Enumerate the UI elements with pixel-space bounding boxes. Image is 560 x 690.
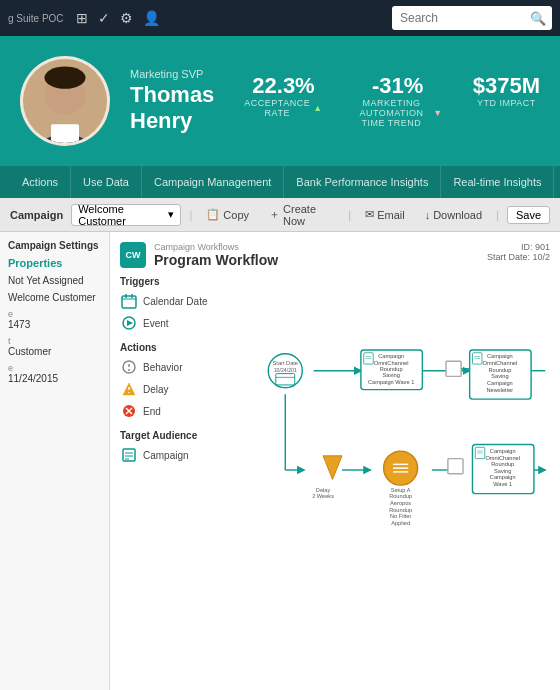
workflow-title-block: Campaign Workflows Program Workflow (154, 242, 479, 268)
svg-text:Roundup: Roundup (389, 493, 412, 499)
avatar (20, 56, 110, 146)
nav-icons: ⊞ ✓ ⚙ 👤 (76, 10, 160, 26)
tab-campaign-effectiveness[interactable]: Campaign Effective... (554, 166, 560, 198)
workflow-title: Program Workflow (154, 252, 479, 268)
trigger-calendar[interactable]: Calendar Date (120, 292, 230, 310)
svg-rect-69 (448, 459, 463, 474)
trigger-event[interactable]: Event (120, 314, 230, 332)
action-behavior[interactable]: Behavior (120, 358, 230, 376)
search-bar[interactable]: 🔍 (392, 6, 552, 30)
campaign-bar-label: Campaign (10, 209, 63, 221)
grid-icon[interactable]: ⊞ (76, 10, 88, 26)
svg-text:Saving: Saving (494, 468, 511, 474)
actions-title: Actions (120, 342, 230, 353)
svg-text:Campaign: Campaign (487, 353, 513, 359)
svg-text:Delay: Delay (316, 487, 331, 493)
workflow-area: CW Campaign Workflows Program Workflow I… (110, 232, 560, 690)
tab-actions[interactable]: Actions (10, 166, 71, 198)
svg-point-3 (44, 66, 85, 88)
svg-point-13 (128, 369, 130, 371)
tab-use-data[interactable]: Use Data (71, 166, 142, 198)
action-end-label: End (143, 406, 161, 417)
workflow-left-panel: Triggers Calendar Date Event (120, 276, 230, 664)
svg-text:Start Date: Start Date (273, 360, 298, 366)
toolbar-sep-1: | (189, 209, 192, 221)
copy-button[interactable]: 📋 Copy (200, 206, 255, 223)
workflow-start-date: Start Date: 10/2 (487, 252, 550, 262)
email-icon: ✉ (365, 208, 374, 221)
svg-text:Wave 1: Wave 1 (493, 481, 512, 487)
triggers-title: Triggers (120, 276, 230, 287)
stat-ytd: $375M YTD IMPACT (473, 74, 540, 128)
svg-text:Aeropos: Aeropos (390, 500, 411, 506)
svg-rect-4 (51, 124, 79, 143)
svg-text:Campaign: Campaign (487, 380, 513, 386)
end-icon (120, 402, 138, 420)
svg-text:Roundup: Roundup (488, 367, 511, 373)
prop-key-4: e (8, 363, 101, 373)
save-button[interactable]: Save (507, 206, 550, 224)
stat-value-acceptance: 22.3% (244, 74, 322, 98)
svg-text:OmniChannel: OmniChannel (485, 455, 520, 461)
sidebar-section-title: Campaign Settings (8, 240, 101, 251)
action-end[interactable]: End (120, 402, 230, 420)
event-icon (120, 314, 138, 332)
workflow-subtitle: Campaign Workflows (154, 242, 479, 252)
campaign-select[interactable]: Welcome Customer ▾ (71, 204, 181, 226)
action-delay[interactable]: Delay (120, 380, 230, 398)
svg-point-16 (128, 392, 130, 394)
svg-text:Campaign: Campaign (490, 448, 516, 454)
user-icon[interactable]: 👤 (143, 10, 160, 26)
download-icon: ↓ (425, 209, 431, 221)
tab-bank-performance[interactable]: Bank Performance Insights (284, 166, 441, 198)
trend-down-icon: ▼ (433, 108, 442, 118)
chevron-down-icon: ▾ (168, 208, 174, 221)
panel-actions: Actions Behavior (120, 342, 230, 420)
stat-value-automation: -31% (353, 74, 443, 98)
toolbar-sep-2: | (348, 209, 351, 221)
download-button[interactable]: ↓ Download (419, 207, 488, 223)
prop-value-3: Customer (8, 346, 101, 357)
workflow-header: CW Campaign Workflows Program Workflow I… (120, 242, 550, 268)
workflow-panels: Triggers Calendar Date Event (120, 276, 550, 664)
prop-row-3: t Customer (8, 336, 101, 357)
prop-value-4: 11/24/2015 (8, 373, 101, 384)
action-delay-label: Delay (143, 384, 169, 395)
workflow-meta: ID: 901 Start Date: 10/2 (487, 242, 550, 262)
search-input[interactable] (400, 11, 530, 25)
svg-text:2 Weeks: 2 Weeks (312, 493, 334, 499)
profile-role: Marketing SVP (130, 68, 214, 80)
email-button[interactable]: ✉ Email (359, 206, 411, 223)
svg-text:10/24/201: 10/24/201 (274, 367, 297, 373)
stat-automation: -31% MARKETING AUTOMATION TIME TREND ▼ (353, 74, 443, 128)
create-now-button[interactable]: ＋ Create Now (263, 201, 340, 229)
svg-text:Roundup: Roundup (491, 461, 514, 467)
audience-campaign[interactable]: Campaign (120, 446, 230, 464)
prop-row-4: e 11/24/2015 (8, 363, 101, 384)
behavior-icon (120, 358, 138, 376)
gear-icon[interactable]: ⚙ (120, 10, 133, 26)
stat-value-ytd: $375M (473, 74, 540, 98)
profile-name: Thomas Henry (130, 82, 214, 134)
svg-text:OmniChannel: OmniChannel (483, 360, 518, 366)
audience-campaign-label: Campaign (143, 450, 189, 461)
tab-campaign-management[interactable]: Campaign Management (142, 166, 284, 198)
panel-triggers: Triggers Calendar Date Event (120, 276, 230, 332)
svg-text:Roundup: Roundup (380, 366, 403, 372)
prop-value-1: Welcome Customer (8, 292, 101, 303)
prop-value-2: 1473 (8, 319, 101, 330)
panel-audience: Target Audience Campaign (120, 430, 230, 464)
svg-text:No Filter: No Filter (390, 513, 411, 519)
stats-container: 22.3% ACCEPTANCE RATE ▲ -31% MARKETING A… (244, 74, 540, 128)
stat-acceptance-rate: 22.3% ACCEPTANCE RATE ▲ (244, 74, 322, 128)
tab-realtime[interactable]: Real-time Insights (441, 166, 554, 198)
search-button[interactable]: 🔍 (530, 11, 546, 26)
check-icon[interactable]: ✓ (98, 10, 110, 26)
svg-text:Campaign: Campaign (378, 353, 404, 359)
svg-text:Saving: Saving (491, 373, 508, 379)
profile-header: Marketing SVP Thomas Henry 22.3% ACCEPTA… (0, 36, 560, 166)
workflow-diagram: Start Date 10/24/201 Campaign OmniChanne… (238, 276, 550, 664)
svg-text:Campaign: Campaign (490, 474, 516, 480)
svg-text:Saving: Saving (383, 372, 400, 378)
svg-marker-56 (323, 456, 342, 480)
